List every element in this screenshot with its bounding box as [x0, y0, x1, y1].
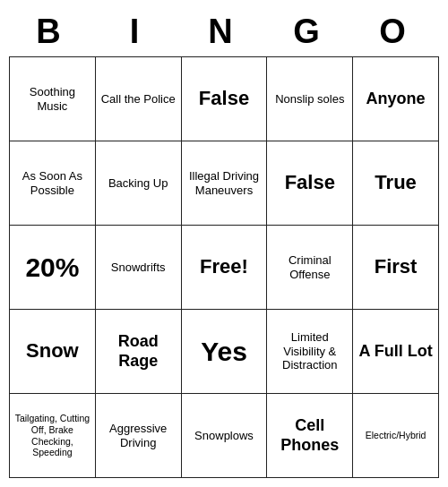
table-row: False	[267, 141, 353, 226]
table-row: Electric/Hybrid	[353, 394, 439, 478]
table-row: False	[181, 57, 267, 141]
table-row: Limited Visibility & Distraction	[267, 310, 353, 394]
table-row: Free!	[181, 226, 267, 310]
table-row: Snowplows	[181, 394, 267, 478]
title-g: G	[267, 13, 353, 51]
title-n: N	[181, 13, 267, 51]
table-row: Aggressive Driving	[95, 394, 181, 478]
table-row: Tailgating, Cutting Off, Brake Checking,…	[10, 394, 96, 478]
table-row: Anyone	[353, 57, 439, 141]
table-row: A Full Lot	[353, 310, 439, 394]
bingo-title: B I N G O	[9, 9, 439, 56]
table-row: Snowdrifts	[95, 226, 181, 310]
table-row: Call the Police	[95, 57, 181, 141]
table-row: Criminal Offense	[267, 226, 353, 310]
table-row: As Soon As Possible	[10, 141, 96, 226]
table-row: First	[353, 226, 439, 310]
table-row: Soothing Music	[10, 57, 96, 141]
bingo-grid: Soothing MusicCall the PoliceFalseNonsli…	[9, 56, 439, 478]
table-row: 20%	[10, 226, 96, 310]
title-i: I	[95, 13, 181, 51]
title-b: B	[9, 13, 95, 51]
title-o: O	[353, 13, 439, 51]
table-row: Snow	[10, 310, 96, 394]
table-row: Road Rage	[95, 310, 181, 394]
table-row: True	[353, 141, 439, 226]
table-row: Backing Up	[95, 141, 181, 226]
table-row: Nonslip soles	[267, 57, 353, 141]
table-row: Cell Phones	[267, 394, 353, 478]
table-row: Illegal Driving Maneuvers	[181, 141, 267, 226]
table-row: Yes	[181, 310, 267, 394]
